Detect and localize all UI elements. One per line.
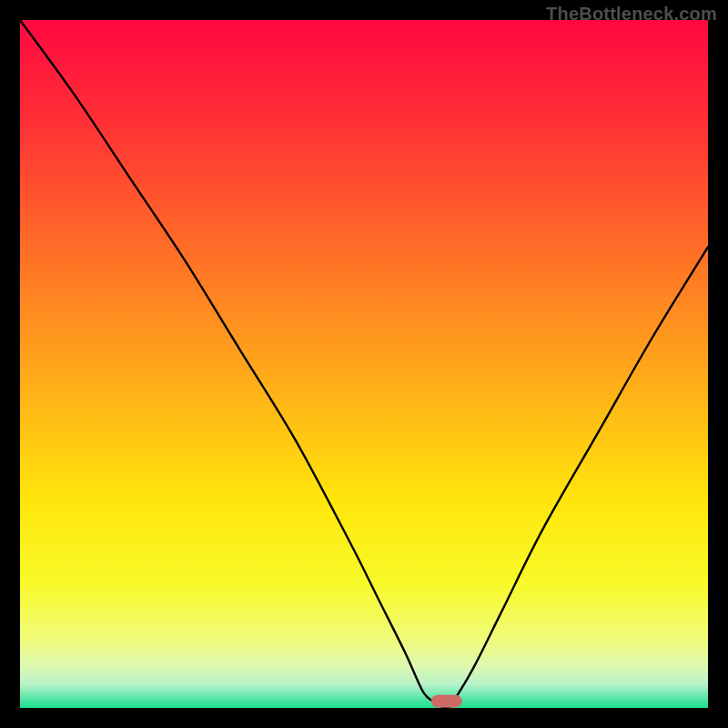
- attribution-label: TheBottleneck.com: [546, 4, 717, 25]
- chart-stage: TheBottleneck.com: [0, 0, 728, 728]
- bottleneck-chart: [0, 0, 728, 728]
- plot-background: [20, 20, 708, 708]
- sweet-spot-marker: [431, 694, 462, 707]
